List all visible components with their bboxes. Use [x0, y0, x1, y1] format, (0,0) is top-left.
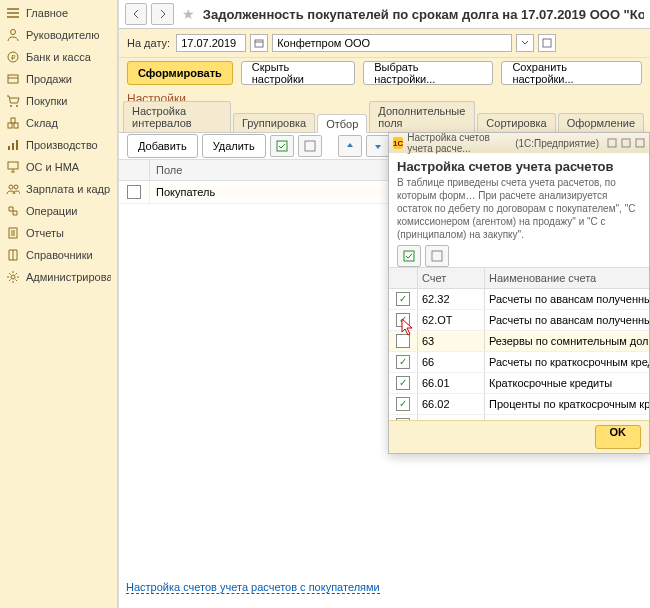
svg-rect-21: [608, 139, 616, 147]
account-code: 62.32: [418, 289, 485, 309]
popup-title-text: Настройка счетов учета расче...: [407, 132, 511, 154]
chart-icon: [6, 138, 20, 152]
account-checkbox[interactable]: [396, 397, 410, 411]
sidebar-item-sales[interactable]: Продажи: [0, 68, 117, 90]
account-name: Расчеты по краткосрочным кредитам и: [485, 352, 649, 372]
svg-rect-10: [12, 143, 14, 150]
account-row[interactable]: 62.32Расчеты по авансам полученным (в у.…: [389, 289, 649, 310]
sidebar-item-assets[interactable]: ОС и НМА: [0, 156, 117, 178]
account-row[interactable]: 66.02Проценты по краткосрочным кредитам: [389, 394, 649, 415]
calendar-button[interactable]: [250, 34, 268, 52]
org-input[interactable]: Конфетпром ООО: [272, 34, 512, 52]
save-settings-button[interactable]: Сохранить настройки...: [501, 61, 642, 85]
operations-icon: [6, 204, 20, 218]
svg-rect-6: [8, 123, 12, 128]
tab-intervals[interactable]: Настройка интервалов: [123, 101, 231, 132]
ok-button[interactable]: OK: [595, 425, 642, 449]
svg-rect-8: [11, 118, 15, 123]
choose-settings-button[interactable]: Выбрать настройки...: [363, 61, 493, 85]
popup-description: В таблице приведены счета учета расчетов…: [389, 176, 649, 245]
sidebar-label: Отчеты: [26, 227, 64, 239]
move-up-button[interactable]: [338, 135, 362, 157]
sidebar-item-main[interactable]: Главное: [0, 2, 117, 24]
account-checkbox[interactable]: [396, 355, 410, 369]
svg-text:₽: ₽: [11, 54, 16, 61]
logo-1c-icon: 1C: [393, 137, 403, 149]
warehouse-icon: [6, 116, 20, 130]
sales-icon: [6, 72, 20, 86]
account-name: Резервы по сомнительным долгам: [485, 331, 649, 351]
popup-tool-icon[interactable]: [621, 136, 631, 150]
sidebar-label: Операции: [26, 205, 77, 217]
col-name: Наименование счета: [485, 268, 649, 288]
account-row[interactable]: 63Резервы по сомнительным долгам: [389, 331, 649, 352]
sidebar-label: Главное: [26, 7, 68, 19]
account-code: 62.ОТ: [418, 310, 485, 330]
account-checkbox[interactable]: [396, 334, 410, 348]
sidebar-label: Банк и касса: [26, 51, 91, 63]
account-name: Проценты по краткосрочным кредитам: [485, 394, 649, 414]
account-code: 66: [418, 352, 485, 372]
favorite-star-icon[interactable]: ★: [182, 6, 195, 22]
tab-sorting[interactable]: Сортировка: [477, 113, 555, 132]
org-dropdown-button[interactable]: [516, 34, 534, 52]
svg-rect-24: [404, 251, 414, 261]
tab-extra-fields[interactable]: Дополнительные поля: [369, 101, 475, 132]
hide-settings-button[interactable]: Скрыть настройки: [241, 61, 355, 85]
accounts-settings-link[interactable]: Настройка счетов учета расчетов с покупа…: [126, 581, 380, 594]
sidebar-item-salary[interactable]: Зарплата и кадры: [0, 178, 117, 200]
sidebar-label: Руководителю: [26, 29, 99, 41]
account-checkbox[interactable]: [396, 313, 410, 327]
popup-uncheck-all-button[interactable]: [425, 245, 449, 267]
sidebar-item-purchases[interactable]: Покупки: [0, 90, 117, 112]
popup-footer: OK: [389, 420, 649, 453]
people-icon: [6, 182, 20, 196]
sidebar-item-warehouse[interactable]: Склад: [0, 112, 117, 134]
sidebar-label: Администрирование: [26, 271, 111, 283]
account-name: Расчеты по авансам полученным (в у.е: [485, 289, 649, 309]
tab-grouping[interactable]: Группировка: [233, 113, 315, 132]
check-all-button[interactable]: [270, 135, 294, 157]
sidebar-label: Справочники: [26, 249, 93, 261]
svg-rect-17: [255, 40, 263, 47]
form-button[interactable]: Сформировать: [127, 61, 233, 85]
popup-tool-icon[interactable]: [635, 136, 645, 150]
account-row[interactable]: 66.01Краткосрочные кредиты: [389, 373, 649, 394]
move-down-button[interactable]: [366, 135, 390, 157]
delete-button[interactable]: Удалить: [202, 134, 266, 158]
popup-toolbar: [389, 245, 649, 267]
sidebar-item-reports[interactable]: Отчеты: [0, 222, 117, 244]
forward-button[interactable]: [151, 3, 173, 25]
account-row[interactable]: 62.ОТРасчеты по авансам полученным (в у.…: [389, 310, 649, 331]
add-button[interactable]: Добавить: [127, 134, 198, 158]
titlebar: ★ Задолженность покупателей по срокам до…: [119, 0, 650, 29]
popup-check-all-button[interactable]: [397, 245, 421, 267]
sidebar-label: Производство: [26, 139, 98, 151]
account-checkbox[interactable]: [396, 376, 410, 390]
sidebar-item-production[interactable]: Производство: [0, 134, 117, 156]
sidebar-item-operations[interactable]: Операции: [0, 200, 117, 222]
sidebar-item-admin[interactable]: Администрирование: [0, 266, 117, 288]
back-button[interactable]: [125, 3, 147, 25]
sidebar-label: Покупки: [26, 95, 67, 107]
popup-tool-icon[interactable]: [607, 136, 617, 150]
account-row[interactable]: 66Расчеты по краткосрочным кредитам и: [389, 352, 649, 373]
org-open-button[interactable]: [538, 34, 556, 52]
date-input[interactable]: 17.07.2019: [176, 34, 246, 52]
account-checkbox[interactable]: [396, 292, 410, 306]
cart-icon: [6, 94, 20, 108]
sidebar-item-bank[interactable]: ₽ Банк и касса: [0, 46, 117, 68]
sidebar-item-refs[interactable]: Справочники: [0, 244, 117, 266]
filter-row-checkbox[interactable]: [127, 185, 141, 199]
popup-titlebar: 1C Настройка счетов учета расче... (1С:П…: [389, 133, 649, 153]
svg-point-0: [11, 30, 16, 35]
uncheck-all-button[interactable]: [298, 135, 322, 157]
popup-rows: 62.32Расчеты по авансам полученным (в у.…: [389, 289, 649, 420]
svg-point-13: [9, 185, 13, 189]
sidebar-item-manager[interactable]: Руководителю: [0, 24, 117, 46]
col-account: Счет: [418, 268, 485, 288]
tab-filter[interactable]: Отбор: [317, 114, 367, 133]
tab-design[interactable]: Оформление: [558, 113, 644, 132]
coin-icon: ₽: [6, 50, 20, 64]
svg-rect-20: [305, 141, 315, 151]
